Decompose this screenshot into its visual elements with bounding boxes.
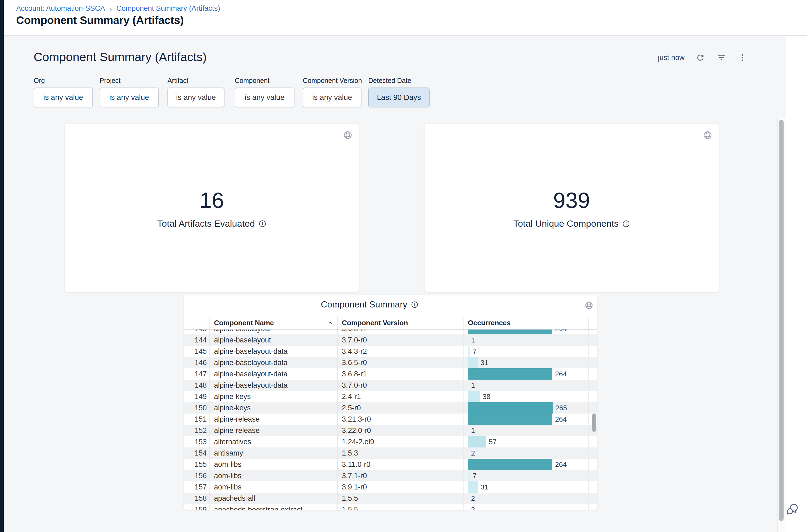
cell-component-name[interactable]: aom-libs	[209, 459, 337, 470]
filter-button-detected-date[interactable]: Last 90 Days	[368, 88, 429, 108]
cell-component-version[interactable]: 3.22.0-r0	[337, 425, 463, 436]
breadcrumb-current-link[interactable]: Component Summary (Artifacts)	[116, 4, 220, 13]
cell-component-version[interactable]: 3.4.3-r2	[337, 346, 463, 357]
dashboard-scrollbar-track	[777, 118, 786, 532]
cell-component-version[interactable]: 1.5.5	[337, 504, 463, 510]
cell-component-name[interactable]: alternatives	[209, 436, 337, 448]
table-row: 158apacheds-all1.5.52	[184, 493, 597, 504]
cell-occurrences[interactable]: 2	[463, 504, 597, 510]
occurrence-bar	[468, 481, 478, 493]
cell-occurrences[interactable]: 57	[463, 436, 597, 448]
row-index: 149	[184, 391, 209, 402]
occurrence-bar	[468, 368, 552, 380]
cell-component-version[interactable]: 3.21.3-r0	[337, 414, 463, 425]
cell-component-name[interactable]: alpine-baselayout-data	[209, 380, 337, 391]
cell-component-name[interactable]: apacheds-bootstrap-extract	[209, 504, 337, 510]
filter-icon[interactable]	[716, 53, 727, 63]
column-header-component-name[interactable]: Component Name	[209, 319, 337, 327]
filter-button-artifact[interactable]: is any value	[168, 88, 225, 108]
support-chat-icon[interactable]	[786, 502, 799, 515]
cell-occurrences[interactable]: 264	[463, 414, 597, 425]
occurrence-value: 38	[483, 391, 491, 402]
cell-occurrences[interactable]: 7	[463, 346, 597, 357]
occurrence-bar	[468, 459, 552, 470]
cell-occurrences[interactable]: 1	[463, 425, 597, 436]
cell-component-version[interactable]: 3.6.8-r1	[337, 329, 463, 335]
cell-component-name[interactable]: alpine-baselayout	[209, 335, 337, 346]
occurrence-value: 1	[471, 380, 475, 391]
occurrence-value: 2	[471, 448, 475, 459]
cell-occurrences[interactable]: 31	[463, 357, 597, 368]
cell-component-name[interactable]: alpine-baselayout	[209, 329, 337, 335]
filter-button-component-version[interactable]: is any value	[303, 88, 362, 108]
cell-occurrences[interactable]: 264	[463, 368, 597, 380]
cell-occurrences[interactable]: 265	[463, 402, 597, 414]
cell-occurrences[interactable]: 1	[463, 335, 597, 346]
cell-occurrences[interactable]: 2	[463, 448, 597, 459]
cell-component-name[interactable]: alpine-baselayout-data	[209, 346, 337, 357]
kebab-menu-icon[interactable]	[737, 53, 748, 63]
table-scrollbar-thumb[interactable]	[592, 414, 596, 432]
cell-component-version[interactable]: 3.9.1-r0	[337, 481, 463, 493]
occurrence-value: 57	[489, 436, 497, 448]
metric-value: 939	[424, 188, 719, 213]
row-index: 153	[184, 436, 209, 448]
cell-component-version[interactable]: 3.6.5-r0	[337, 357, 463, 368]
info-icon[interactable]	[622, 220, 630, 228]
cell-component-name[interactable]: antisamy	[209, 448, 337, 459]
cell-component-version[interactable]: 3.7.0-r0	[337, 335, 463, 346]
column-header-component-version[interactable]: Component Version	[337, 319, 463, 327]
cell-component-name[interactable]: alpine-release	[209, 414, 337, 425]
occurrence-value: 264	[555, 414, 566, 425]
filter-label-component: Component	[235, 77, 269, 84]
cell-occurrences[interactable]: 38	[463, 391, 597, 402]
filter-button-project[interactable]: is any value	[100, 88, 159, 108]
cell-component-version[interactable]: 2.5-r0	[337, 402, 463, 414]
cell-component-version[interactable]: 3.6.8-r1	[337, 368, 463, 380]
dashboard-scrollbar-thumb[interactable]	[779, 120, 784, 521]
table-row: 147alpine-baselayout-data3.6.8-r1264	[184, 368, 597, 380]
column-header-occurrences[interactable]: Occurrences	[463, 319, 597, 327]
refresh-icon[interactable]	[695, 53, 706, 63]
cell-component-version[interactable]: 3.7.0-r0	[337, 380, 463, 391]
info-icon[interactable]	[411, 301, 418, 308]
cell-occurrences[interactable]: 31	[463, 481, 597, 493]
dashboard-controls: just now	[658, 53, 748, 63]
cell-component-version[interactable]: 1.24-2.el9	[337, 436, 463, 448]
column-divider	[589, 317, 589, 510]
cell-occurrences[interactable]: 1	[463, 380, 597, 391]
cell-component-version[interactable]: 2.4-r1	[337, 391, 463, 402]
row-index: 156	[184, 470, 209, 481]
info-icon[interactable]	[259, 220, 266, 228]
table-row: 150alpine-keys2.5-r0265	[184, 402, 597, 414]
occurrence-bar	[468, 357, 478, 368]
filter-button-component[interactable]: is any value	[235, 88, 294, 108]
cell-occurrences[interactable]: 264	[463, 459, 597, 470]
cell-component-version[interactable]: 3.11.0-r0	[337, 459, 463, 470]
cell-component-name[interactable]: alpine-keys	[209, 391, 337, 402]
filter-button-org[interactable]: is any value	[34, 88, 93, 108]
occurrence-value: 1	[471, 335, 475, 346]
cell-component-name[interactable]: alpine-release	[209, 425, 337, 436]
timezone-globe-icon	[703, 131, 712, 141]
column-divider	[209, 317, 210, 510]
cell-occurrences[interactable]: 2	[463, 493, 597, 504]
tile-total-components: 939 Total Unique Components	[424, 124, 719, 292]
cell-component-version[interactable]: 1.5.3	[337, 448, 463, 459]
cell-component-name[interactable]: alpine-baselayout-data	[209, 357, 337, 368]
cell-component-name[interactable]: aom-libs	[209, 470, 337, 481]
cell-component-name[interactable]: apacheds-all	[209, 493, 337, 504]
occurrence-value: 2	[471, 504, 475, 510]
column-divider	[463, 317, 463, 510]
cell-component-name[interactable]: alpine-baselayout-data	[209, 368, 337, 380]
cell-component-name[interactable]: aom-libs	[209, 481, 337, 493]
cell-component-version[interactable]: 1.5.5	[337, 493, 463, 504]
row-index: 157	[184, 481, 209, 493]
cell-component-version[interactable]: 3.7.1-r0	[337, 470, 463, 481]
breadcrumb-account-link[interactable]: Account: Automation-SSCA	[16, 4, 105, 13]
column-divider	[337, 317, 338, 510]
occurrence-bar	[468, 448, 468, 459]
cell-component-name[interactable]: alpine-keys	[209, 402, 337, 414]
cell-occurrences[interactable]: 7	[463, 470, 597, 481]
cell-occurrences[interactable]: 264	[463, 329, 597, 335]
